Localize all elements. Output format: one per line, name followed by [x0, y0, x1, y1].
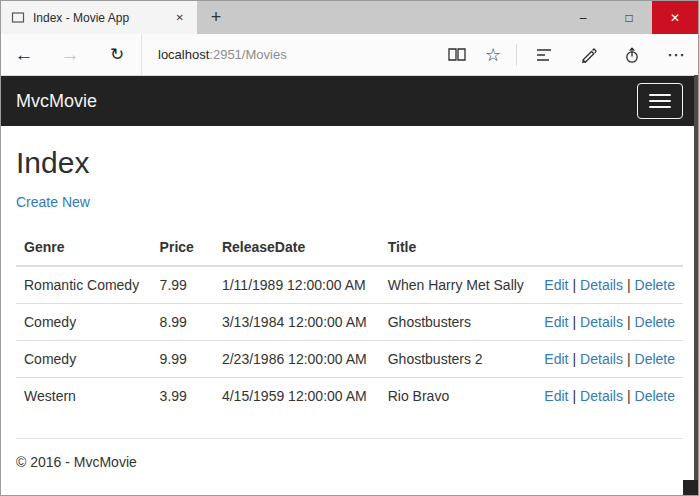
cell-title: Rio Bravo	[380, 377, 537, 414]
edit-link[interactable]: Edit	[544, 351, 568, 367]
cell-price: 7.99	[152, 266, 214, 304]
page-content: Index Create New Genre Price ReleaseDate…	[1, 146, 698, 473]
edit-link[interactable]: Edit	[544, 388, 568, 404]
edit-link[interactable]: Edit	[544, 277, 568, 293]
table-row: Western 3.99 4/15/1959 12:00:00 AM Rio B…	[16, 377, 683, 414]
delete-link[interactable]: Delete	[635, 277, 675, 293]
table-body: Romantic Comedy 7.99 1/11/1989 12:00:00 …	[16, 266, 683, 414]
url-host: localhost	[158, 47, 209, 62]
tab-close-icon[interactable]: ✕	[173, 10, 187, 25]
maximize-button[interactable]: □	[606, 1, 652, 34]
share-icon[interactable]	[610, 46, 654, 64]
cell-price: 8.99	[152, 303, 214, 340]
brand-link[interactable]: MvcMovie	[16, 91, 97, 112]
close-button[interactable]: ✕	[652, 1, 698, 34]
header-release-date: ReleaseDate	[214, 229, 380, 266]
table-row: Romantic Comedy 7.99 1/11/1989 12:00:00 …	[16, 266, 683, 304]
cell-title: Ghostbusters 2	[380, 340, 537, 377]
back-icon[interactable]: ←	[1, 45, 47, 64]
refresh-icon[interactable]: ↻	[93, 46, 141, 63]
tab-strip: Index - Movie App ✕ + – □ ✕	[1, 1, 698, 34]
cell-price: 9.99	[152, 340, 214, 377]
action-separator: |	[627, 388, 631, 404]
forward-icon: →	[47, 45, 93, 64]
table-row: Comedy 8.99 3/13/1984 12:00:00 AM Ghostb…	[16, 303, 683, 340]
action-separator: |	[627, 314, 631, 330]
hamburger-bar	[649, 106, 671, 108]
cell-price: 3.99	[152, 377, 214, 414]
web-note-pen-icon[interactable]	[566, 46, 610, 64]
cell-release-date: 2/23/1986 12:00:00 AM	[214, 340, 380, 377]
browser-navbar: ← → ↻ localhost:2951/Movies ☆ ⋯	[1, 34, 698, 76]
header-genre: Genre	[16, 229, 152, 266]
header-price: Price	[152, 229, 214, 266]
delete-link[interactable]: Delete	[635, 314, 675, 330]
minimize-button[interactable]: –	[560, 1, 606, 34]
table-header: Genre Price ReleaseDate Title	[16, 229, 683, 266]
details-link[interactable]: Details	[580, 314, 623, 330]
reading-view-icon[interactable]	[439, 47, 475, 62]
page-icon	[11, 11, 25, 24]
tab-title: Index - Movie App	[33, 11, 165, 25]
hamburger-bar	[649, 100, 671, 102]
action-separator: |	[627, 277, 631, 293]
create-new-row: Create New	[16, 193, 683, 213]
scrollbar-corner	[683, 480, 698, 495]
hub-icon[interactable]	[522, 48, 566, 62]
action-separator: |	[627, 351, 631, 367]
action-separator: |	[572, 351, 576, 367]
header-actions	[536, 229, 683, 266]
url-path: :2951/Movies	[209, 47, 286, 62]
cell-actions: Edit|Details|Delete	[536, 377, 683, 414]
cell-title: When Harry Met Sally	[380, 266, 537, 304]
action-separator: |	[572, 277, 576, 293]
cell-release-date: 1/11/1989 12:00:00 AM	[214, 266, 380, 304]
create-new-link[interactable]: Create New	[16, 194, 90, 210]
delete-link[interactable]: Delete	[635, 351, 675, 367]
cell-release-date: 4/15/1959 12:00:00 AM	[214, 377, 380, 414]
new-tab-button[interactable]: +	[197, 1, 235, 34]
edit-link[interactable]: Edit	[544, 314, 568, 330]
header-title: Title	[380, 229, 537, 266]
cell-actions: Edit|Details|Delete	[536, 266, 683, 304]
footer-divider	[16, 438, 683, 439]
hamburger-bar	[649, 94, 671, 96]
cell-genre: Romantic Comedy	[16, 266, 152, 304]
page-title: Index	[16, 146, 683, 179]
table-header-row: Genre Price ReleaseDate Title	[16, 229, 683, 266]
delete-link[interactable]: Delete	[635, 388, 675, 404]
table-row: Comedy 9.99 2/23/1986 12:00:00 AM Ghostb…	[16, 340, 683, 377]
details-link[interactable]: Details	[580, 351, 623, 367]
action-separator: |	[572, 388, 576, 404]
more-actions-icon[interactable]: ⋯	[654, 46, 698, 64]
footer-copyright: © 2016 - MvcMovie	[16, 453, 683, 473]
site-navbar: MvcMovie	[1, 76, 698, 126]
cell-actions: Edit|Details|Delete	[536, 340, 683, 377]
details-link[interactable]: Details	[580, 388, 623, 404]
cell-genre: Comedy	[16, 340, 152, 377]
hamburger-menu-button[interactable]	[637, 83, 683, 119]
browser-window: Index - Movie App ✕ + – □ ✕ ← → ↻ localh…	[0, 0, 699, 496]
window-controls: – □ ✕	[560, 1, 698, 34]
favorites-star-icon[interactable]: ☆	[475, 46, 511, 64]
cell-genre: Western	[16, 377, 152, 414]
cell-release-date: 3/13/1984 12:00:00 AM	[214, 303, 380, 340]
vertical-scrollbar[interactable]	[694, 75, 698, 495]
action-separator: |	[572, 314, 576, 330]
cell-genre: Comedy	[16, 303, 152, 340]
details-link[interactable]: Details	[580, 277, 623, 293]
address-bar[interactable]: localhost:2951/Movies	[141, 34, 439, 75]
cell-title: Ghostbusters	[380, 303, 537, 340]
browser-tab[interactable]: Index - Movie App ✕	[1, 1, 197, 34]
cell-actions: Edit|Details|Delete	[536, 303, 683, 340]
movies-table: Genre Price ReleaseDate Title Romantic C…	[16, 229, 683, 414]
toolbar-divider	[516, 44, 517, 66]
